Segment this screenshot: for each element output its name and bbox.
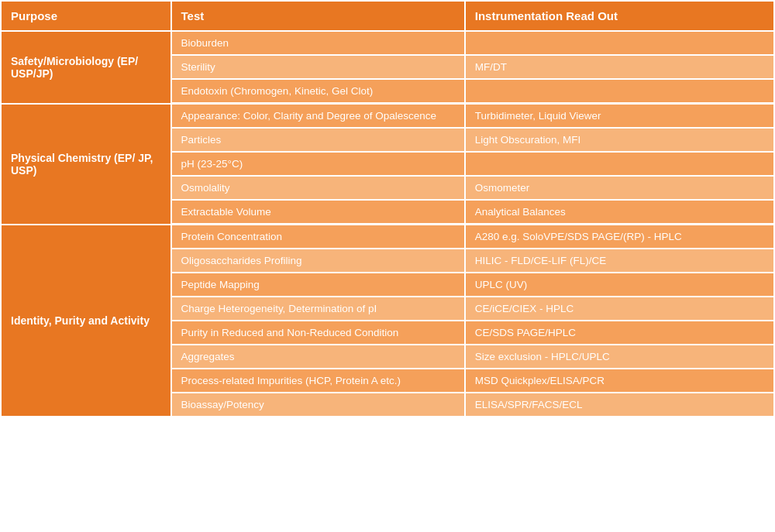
instrument-cell: A280 e.g. SoloVPE/SDS PAGE/(RP) - HPLC xyxy=(465,225,774,249)
purpose-cell: Physical Chemistry (EP/ JP, USP) xyxy=(1,104,171,225)
test-cell: Appearance: Color, Clarity and Degree of… xyxy=(171,104,465,129)
header-test: Test xyxy=(171,1,465,31)
test-cell: Extractable Volume xyxy=(171,200,465,225)
instrument-cell: HILIC - FLD/CE-LIF (FL)/CE xyxy=(465,249,774,273)
test-cell: Endotoxin (Chromogen, Kinetic, Gel Clot) xyxy=(171,79,465,104)
instrument-cell: Osmometer xyxy=(465,176,774,200)
table-row: Safety/Microbiology (EP/ USP/JP)Bioburde… xyxy=(1,31,774,55)
test-cell: Process-related Impurities (HCP, Protein… xyxy=(171,369,465,393)
header-instrument: Instrumentation Read Out xyxy=(465,1,774,31)
header-purpose: Purpose xyxy=(1,1,171,31)
test-cell: Protein Concentration xyxy=(171,225,465,249)
test-cell: pH (23-25°C) xyxy=(171,152,465,176)
instrument-cell: Light Obscuration, MFI xyxy=(465,128,774,152)
instrument-cell xyxy=(465,31,774,55)
main-table: Purpose Test Instrumentation Read Out Sa… xyxy=(0,0,775,417)
purpose-cell: Safety/Microbiology (EP/ USP/JP) xyxy=(1,31,171,104)
instrument-cell: UPLC (UV) xyxy=(465,273,774,297)
instrument-cell: Analytical Balances xyxy=(465,200,774,225)
test-cell: Bioburden xyxy=(171,31,465,55)
instrument-cell: Turbidimeter, Liquid Viewer xyxy=(465,104,774,129)
table-row: Physical Chemistry (EP/ JP, USP)Appearan… xyxy=(1,104,774,129)
test-cell: Bioassay/Potency xyxy=(171,393,465,417)
test-cell: Aggregates xyxy=(171,345,465,369)
test-cell: Oligosaccharides Profiling xyxy=(171,249,465,273)
test-cell: Peptide Mapping xyxy=(171,273,465,297)
test-cell: Charge Heterogeneity, Determination of p… xyxy=(171,297,465,321)
table-row: Identity, Purity and ActivityProtein Con… xyxy=(1,225,774,249)
instrument-cell: CE/SDS PAGE/HPLC xyxy=(465,321,774,345)
test-cell: Particles xyxy=(171,128,465,152)
instrument-cell: MF/DT xyxy=(465,55,774,79)
instrument-cell xyxy=(465,152,774,176)
instrument-cell xyxy=(465,79,774,104)
test-cell: Purity in Reduced and Non-Reduced Condit… xyxy=(171,321,465,345)
purpose-cell: Identity, Purity and Activity xyxy=(1,225,171,417)
instrument-cell: CE/iCE/CIEX - HPLC xyxy=(465,297,774,321)
instrument-cell: ELISA/SPR/FACS/ECL xyxy=(465,393,774,417)
instrument-cell: MSD Quickplex/ELISA/PCR xyxy=(465,369,774,393)
instrument-cell: Size exclusion - HPLC/UPLC xyxy=(465,345,774,369)
test-cell: Sterility xyxy=(171,55,465,79)
test-cell: Osmolality xyxy=(171,176,465,200)
